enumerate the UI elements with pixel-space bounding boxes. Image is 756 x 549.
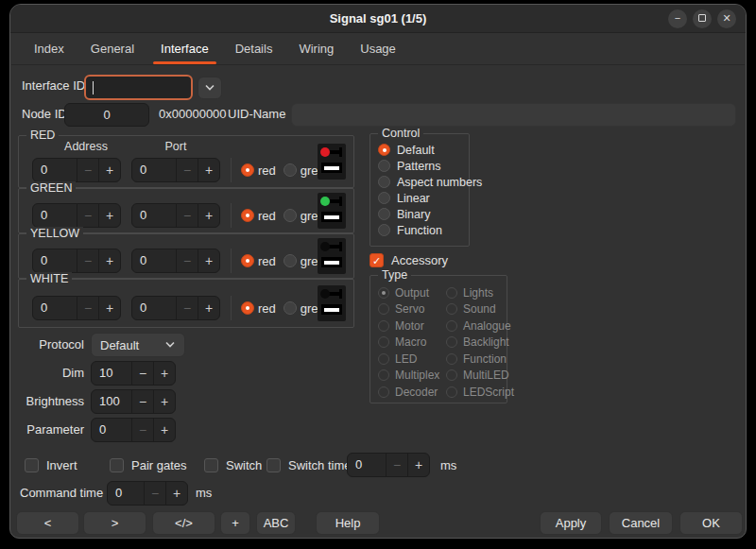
window-title: Signal sg01 (1/5) [10, 5, 746, 33]
increment-button[interactable]: + [198, 159, 219, 181]
tab-index[interactable]: Index [21, 34, 77, 64]
control-option-function[interactable]: Function [378, 222, 469, 238]
maximize-button[interactable] [693, 9, 712, 28]
decrement-button[interactable]: − [386, 454, 407, 476]
increment-button[interactable]: + [198, 249, 219, 272]
radio-patterns[interactable] [378, 160, 390, 172]
red-gate-red-radio[interactable] [241, 163, 254, 177]
apply-button[interactable]: Apply [540, 511, 602, 535]
green-port-spinner[interactable]: 0 − + [131, 203, 220, 228]
port-column-header: Port [141, 140, 211, 153]
address-column-header: Address [42, 140, 130, 153]
decrement-button[interactable]: − [77, 159, 98, 181]
increment-button[interactable]: + [198, 297, 219, 319]
radio-linear[interactable] [378, 192, 390, 204]
interface-id-input[interactable] [84, 75, 193, 100]
red-address-spinner[interactable]: 0 − + [32, 158, 121, 182]
help-button[interactable]: Help [316, 511, 380, 535]
decrement-button[interactable]: − [176, 204, 198, 227]
increment-button[interactable]: + [153, 362, 175, 385]
yellow-gate-green-radio[interactable] [284, 254, 297, 267]
decrement-button[interactable]: − [176, 297, 198, 319]
increment-button[interactable]: + [98, 297, 120, 319]
checkbox-checked-icon: ✓ [369, 253, 384, 267]
node-id-hex: 0x00000000 [159, 102, 227, 127]
decrement-button[interactable]: − [77, 297, 98, 319]
control-option-binary[interactable]: Binary [378, 206, 469, 222]
radio-backlight [446, 336, 457, 348]
protocol-dropdown[interactable]: Default [91, 333, 185, 357]
increment-button[interactable]: + [98, 159, 120, 181]
white-address-spinner[interactable]: 0 − + [32, 296, 121, 320]
red-gate-green-radio[interactable] [284, 163, 297, 177]
increment-button[interactable]: + [165, 482, 187, 505]
control-option-patterns[interactable]: Patterns [378, 158, 469, 174]
red-port-spinner[interactable]: 0 − + [131, 158, 220, 182]
green-gate-red-radio[interactable] [241, 209, 254, 222]
white-channel-group: WHITE 0 − + 0 − + red green [18, 279, 354, 328]
command-time-spinner[interactable]: 0 − + [107, 481, 188, 506]
decrement-button[interactable]: − [77, 249, 98, 272]
yellow-port-spinner[interactable]: 0 − + [131, 249, 220, 273]
pair-gates-checkbox[interactable]: Pair gates [110, 455, 187, 474]
radio-function[interactable] [378, 224, 390, 236]
increment-button[interactable]: + [407, 454, 429, 476]
increment-button[interactable]: + [198, 204, 219, 227]
node-id-input[interactable]: 0 [64, 103, 149, 127]
accessory-checkbox[interactable]: ✓ Accessory [369, 250, 448, 269]
switch-time-spinner[interactable]: 0 − + [347, 453, 430, 477]
yellow-address-spinner[interactable]: 0 − + [32, 249, 121, 273]
type-option-ledscript: LEDScript [446, 384, 514, 400]
decrement-button[interactable]: − [131, 419, 153, 441]
radio-binary[interactable] [378, 208, 390, 220]
cancel-button[interactable]: Cancel [609, 511, 673, 535]
decrement-button[interactable]: − [131, 362, 153, 385]
brightness-spinner[interactable]: 100 − + [91, 389, 176, 414]
increment-button[interactable]: + [153, 390, 175, 413]
tab-usage[interactable]: Usage [347, 34, 409, 64]
interface-id-dropdown-button[interactable] [198, 77, 222, 99]
parameter-spinner[interactable]: 0 − + [91, 418, 176, 442]
radio-default[interactable] [378, 144, 390, 156]
tab-details[interactable]: Details [222, 34, 286, 64]
type-option-decoder: Decoder [378, 384, 446, 400]
decrement-button[interactable]: − [144, 482, 165, 505]
control-option-linear[interactable]: Linear [378, 190, 469, 206]
signal-aspect-icon [318, 285, 346, 321]
green-gate-green-radio[interactable] [284, 209, 297, 222]
increment-button[interactable]: + [153, 419, 175, 441]
increment-button[interactable]: + [98, 204, 120, 227]
switch-checkbox[interactable]: Switch [204, 455, 262, 474]
white-gate-red-radio[interactable] [241, 301, 254, 315]
green-address-spinner[interactable]: 0 − + [32, 203, 121, 228]
prev-button[interactable]: < [16, 511, 79, 535]
minimize-button[interactable]: − [668, 9, 687, 28]
white-gate-green-radio[interactable] [284, 301, 297, 315]
decrement-button[interactable]: − [176, 159, 198, 181]
decrement-button[interactable]: − [77, 204, 98, 227]
code-button[interactable]: </> [152, 511, 215, 535]
yellow-gate-red-radio[interactable] [241, 254, 254, 267]
type-option-servo: Servo [378, 301, 446, 317]
control-option-default[interactable]: Default [378, 142, 469, 158]
type-option-led: LED [378, 351, 446, 367]
increment-button[interactable]: + [98, 249, 120, 272]
decrement-button[interactable]: − [176, 249, 198, 272]
tab-general[interactable]: General [77, 34, 147, 64]
decrement-button[interactable]: − [131, 390, 153, 413]
tab-interface[interactable]: Interface [147, 34, 222, 64]
abc-button[interactable]: ABC [256, 511, 296, 535]
tab-wiring[interactable]: Wiring [285, 34, 347, 64]
dim-spinner[interactable]: 10 − + [91, 361, 176, 386]
invert-checkbox[interactable]: Invert [25, 455, 77, 474]
radio-aspect-numbers[interactable] [378, 176, 390, 188]
radio-ledscript [446, 386, 457, 398]
control-option-aspect-numbers[interactable]: Aspect numbers [378, 174, 469, 190]
ok-button[interactable]: OK [679, 511, 743, 535]
interface-id-label: Interface ID [22, 74, 85, 98]
add-button[interactable]: + [220, 511, 250, 535]
white-port-spinner[interactable]: 0 − + [131, 296, 220, 320]
switch-time-checkbox[interactable]: Switch time [266, 455, 351, 474]
next-button[interactable]: > [83, 511, 146, 535]
close-button[interactable]: ✕ [717, 9, 736, 28]
